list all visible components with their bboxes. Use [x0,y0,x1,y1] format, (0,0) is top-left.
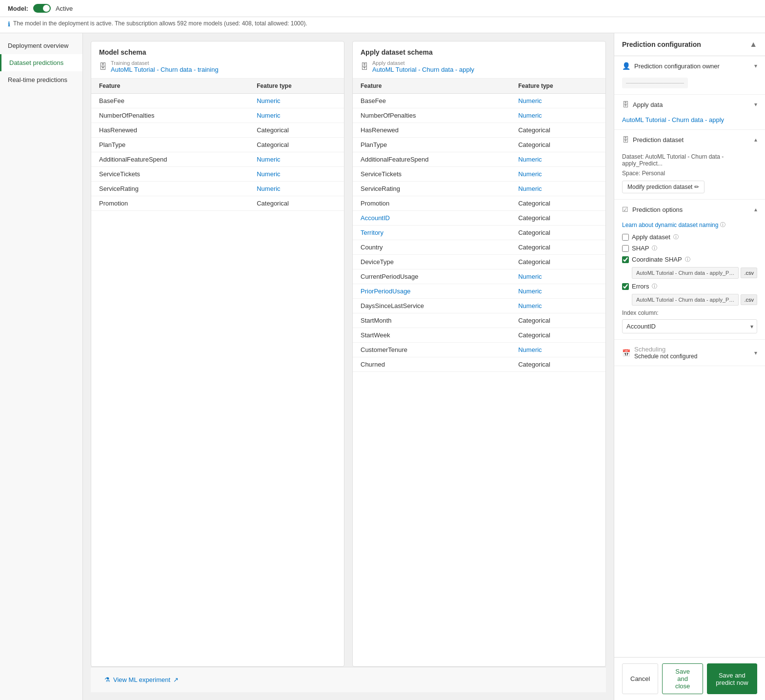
index-column-label: Index column: [622,309,757,316]
index-column-select-wrapper: AccountID [622,319,757,333]
model-schema-card: Model schema 🗄 Training dataset AutoML T… [91,41,344,667]
top-bar: Model: Active [0,0,765,17]
apply-dataset-checkbox-row: Apply dataset ⓘ [622,233,757,241]
model-toggle[interactable] [33,4,51,13]
table-row: ServiceTicketsNumeric [353,167,605,182]
coordinate-shap-checkbox-row: Coordinate SHAP ⓘ [622,256,757,263]
apply-data-value: AutoML Tutorial - Churn data - apply [622,116,724,124]
apply-schema-table-scroll: Feature Feature type BaseFeeNumericNumbe… [353,79,605,666]
table-row: PriorPeriodUsageNumeric [353,284,605,299]
table-row: ChurnedCategorical [353,357,605,372]
table-row: DeviceTypeCategorical [353,255,605,269]
prediction-dataset-space: Space: Personal [622,170,757,177]
table-row: CustomerTenureNumeric [353,343,605,357]
config-owner-title-row: 👤 Prediction configuration owner [622,62,720,70]
person-icon: 👤 [622,62,630,70]
table-row: CurrentPeriodUsageNumeric [353,269,605,284]
model-schema-header-row: Feature Feature type [91,79,344,94]
table-row: HasRenewedCategorical [91,123,344,138]
apply-schema-header: Apply dataset schema 🗄 Apply dataset Aut… [353,41,605,79]
apply-data-section: 🗄 Apply data ▾ AutoML Tutorial - Churn d… [614,95,765,130]
prediction-dataset-header[interactable]: 🗄 Prediction dataset ▴ [614,130,765,149]
info-bar: ℹ The model in the deployment is active.… [0,17,765,33]
sidebar-item-realtime-predictions[interactable]: Real-time predictions [0,71,82,88]
table-row: TerritoryCategorical [353,226,605,240]
view-experiment-button[interactable]: ⚗ View ML experiment ↗ [99,673,184,686]
coordinate-shap-checkbox[interactable] [622,256,629,263]
model-dataset-name: AutoML Tutorial - Churn data - training [111,66,219,73]
save-close-button[interactable]: Save and close [662,663,703,694]
main-content: Deployment overview Dataset predictions … [0,33,765,700]
info-bar-message: The model in the deployment is active. T… [13,20,307,27]
shap-checkbox-row: SHAP ⓘ [622,245,757,252]
edit-icon: ✏ [694,184,699,190]
prediction-dataset-chevron: ▴ [754,136,757,143]
modify-prediction-dataset-button[interactable]: Modify prediction dataset ✏ [622,181,705,193]
errors-info-icon: ⓘ [652,283,657,290]
prediction-options-body: Learn about dynamic dataset naming ⓘ App… [614,219,765,339]
config-owner-header[interactable]: 👤 Prediction configuration owner ▾ [614,56,765,76]
right-panel: Prediction configuration ▲ 👤 Prediction … [614,33,765,700]
apply-schema-card: Apply dataset schema 🗄 Apply dataset Aut… [352,41,606,667]
shap-checkbox[interactable] [622,245,629,252]
prediction-options-chevron: ▴ [754,206,757,213]
apply-col-type: Feature type [510,79,605,94]
model-schema-table: Feature Feature type BaseFeeNumericNumbe… [91,79,344,211]
prediction-dataset-title-row: 🗄 Prediction dataset [622,136,684,144]
save-predict-button[interactable]: Save and predict now [707,663,757,694]
prediction-dataset-title: Prediction dataset [633,136,684,144]
scheduling-text: Scheduling Schedule not configured [634,346,697,360]
model-dataset-details: Training dataset AutoML Tutorial - Churn… [111,60,219,73]
apply-data-header[interactable]: 🗄 Apply data ▾ [614,95,765,114]
prediction-dataset-info: Dataset: AutoML Tutorial - Churn data - … [622,153,757,167]
prediction-options-section: ☑ Prediction options ▴ Learn about dynam… [614,200,765,340]
scheduling-header[interactable]: 📅 Scheduling Schedule not configured ▾ [614,340,765,366]
footer-buttons: Cancel Save and close Save and predict n… [614,657,765,700]
database-icon: 🗄 [622,101,629,108]
table-row: BaseFeeNumeric [353,94,605,108]
errors-input: AutoML Tutorial - Churn data - apply_Pre… [632,294,739,306]
prediction-options-title: Prediction options [632,206,683,213]
table-row: CountryCategorical [353,240,605,255]
config-owner-body: ────────────── [614,76,765,94]
modify-prediction-label: Modify prediction dataset [627,184,692,190]
table-row: PlanTypeCategorical [91,138,344,152]
apply-schema-title: Apply dataset schema [361,48,598,56]
errors-checkbox[interactable] [622,283,629,290]
options-icon: ☑ [622,206,628,213]
learn-dynamic-naming-link[interactable]: Learn about dynamic dataset naming ⓘ [622,221,757,228]
model-schema-table-scroll: Feature Feature type BaseFeeNumericNumbe… [91,79,344,666]
right-panel-title: Prediction configuration [622,41,701,48]
apply-dataset-details: Apply dataset AutoML Tutorial - Churn da… [372,60,474,73]
scheduling-title-row: 📅 Scheduling Schedule not configured [622,346,697,360]
table-row: DaysSinceLastServiceNumeric [353,299,605,313]
coordinate-shap-input: AutoML Tutorial - Churn data - apply_Pre… [632,267,739,279]
table-row: ServiceRatingNumeric [353,182,605,196]
sidebar-item-deployment[interactable]: Deployment overview [0,37,82,54]
coordinate-shap-csv: .csv [741,268,757,278]
apply-dataset-checkbox[interactable] [622,234,629,241]
cancel-button[interactable]: Cancel [622,663,658,694]
config-owner-chevron: ▾ [754,62,757,69]
scheduling-subtitle: Schedule not configured [634,353,697,360]
scheduling-title-text: Scheduling [634,346,697,353]
sidebar-item-dataset-predictions[interactable]: Dataset predictions [0,54,82,71]
apply-db-icon: 🗄 [361,62,368,71]
table-row: AccountIDCategorical [353,211,605,226]
active-label: Active [56,5,73,12]
table-row: PlanTypeCategorical [353,138,605,152]
table-row: ServiceTicketsNumeric [91,167,344,182]
apply-data-chevron: ▾ [754,101,757,108]
external-link-icon: ↗ [173,676,179,683]
index-column-select[interactable]: AccountID [622,319,757,333]
prediction-options-header[interactable]: ☑ Prediction options ▴ [614,200,765,219]
coordinate-shap-input-row: AutoML Tutorial - Churn data - apply_Pre… [632,267,757,279]
calendar-icon: 📅 [622,349,630,357]
info-icon: ℹ [8,21,10,28]
center-area: Model schema 🗄 Training dataset AutoML T… [83,33,614,700]
shap-checkbox-label: SHAP [632,245,649,252]
app-container: Model: Active ℹ The model in the deploym… [0,0,765,700]
collapse-panel-icon[interactable]: ▲ [749,40,757,49]
prediction-options-title-row: ☑ Prediction options [622,206,683,213]
prediction-dataset-section: 🗄 Prediction dataset ▴ Dataset: AutoML T… [614,130,765,200]
